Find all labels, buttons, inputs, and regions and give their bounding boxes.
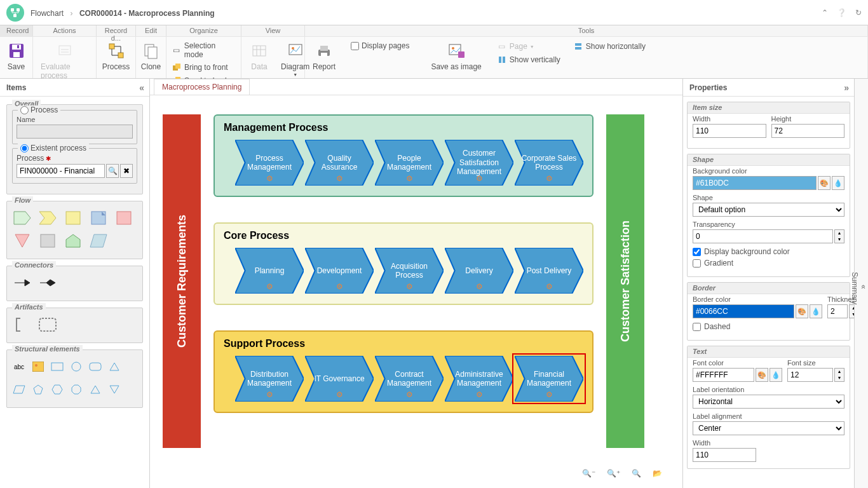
bring-front[interactable]: Bring to front bbox=[170, 62, 237, 73]
connector-arrow[interactable] bbox=[12, 274, 32, 292]
artifact-bracket[interactable] bbox=[12, 316, 32, 334]
shape-rect-red[interactable] bbox=[114, 209, 134, 227]
collapse-left-icon[interactable]: « bbox=[139, 83, 144, 93]
gradient-check[interactable]: Gradient bbox=[693, 259, 844, 268]
process-group[interactable]: Management ProcessProcess Management⚙Qua… bbox=[214, 114, 593, 197]
struct-circle[interactable] bbox=[69, 358, 83, 376]
struct-roundrect[interactable] bbox=[88, 358, 102, 376]
process-group[interactable]: Support ProcessDistribution Management⚙I… bbox=[214, 330, 593, 413]
process-arrow[interactable]: Acquisition Process⚙ bbox=[375, 248, 444, 294]
display-bg-check[interactable]: Display background color bbox=[693, 247, 844, 256]
ribbon-tab-tools[interactable]: Tools bbox=[305, 25, 868, 36]
show-vertically[interactable]: Show vertically bbox=[496, 54, 562, 65]
save-as-image-button[interactable]: Save as image bbox=[427, 39, 485, 72]
ribbon-tab-actions[interactable]: Actions bbox=[33, 25, 97, 36]
process-arrow[interactable]: Quality Assurance⚙ bbox=[305, 140, 374, 186]
struct-text[interactable]: abc bbox=[12, 358, 26, 376]
struct-pentagon[interactable] bbox=[31, 381, 45, 398]
zoom-out-icon[interactable]: 🔍⁻ bbox=[580, 466, 598, 480]
height-input[interactable] bbox=[771, 124, 845, 138]
shape-select[interactable]: Default option bbox=[693, 203, 844, 217]
process-arrow[interactable]: Development⚙ bbox=[305, 248, 374, 294]
report-button[interactable]: Report bbox=[309, 39, 339, 72]
shape-process-light[interactable] bbox=[12, 209, 32, 227]
ribbon-tab-organize[interactable]: Organize bbox=[166, 25, 241, 36]
thickness-spinner[interactable]: ▲▼ bbox=[849, 304, 854, 318]
font-size-input[interactable] bbox=[787, 368, 833, 382]
struct-triangle[interactable] bbox=[107, 358, 121, 376]
clear-button[interactable]: ✖ bbox=[120, 164, 133, 178]
shape-para-blue[interactable] bbox=[88, 232, 109, 250]
process-arrow[interactable]: Customer Satisfaction Management⚙ bbox=[445, 140, 513, 186]
process-input[interactable] bbox=[17, 164, 105, 178]
transparency-input[interactable] bbox=[693, 229, 833, 243]
connector-diamond-arrow[interactable] bbox=[37, 274, 58, 292]
summary-strip[interactable]: « Summary bbox=[854, 79, 868, 488]
process-arrow[interactable]: Process Management⚙ bbox=[235, 140, 304, 186]
breadcrumb-root[interactable]: Flowchart bbox=[31, 9, 64, 18]
help-icon[interactable]: ❔ bbox=[837, 8, 846, 17]
struct-rect[interactable] bbox=[50, 358, 64, 376]
process-arrow[interactable]: Administrative Management⚙ bbox=[445, 356, 513, 402]
ribbon-tab-record[interactable]: Record bbox=[0, 25, 33, 36]
process-group[interactable]: Core ProcessPlanning⚙Development⚙Acquisi… bbox=[214, 222, 593, 305]
process-arrow[interactable]: Post Delivery⚙ bbox=[515, 248, 583, 294]
left-bar[interactable]: Customer Requirements bbox=[163, 114, 201, 448]
border-color-picker[interactable]: 🎨 bbox=[796, 304, 808, 318]
process-button[interactable]: Process bbox=[98, 39, 133, 72]
align-select[interactable]: Center bbox=[693, 421, 844, 435]
border-color-dropper[interactable]: 💧 bbox=[810, 304, 822, 318]
expand-icon[interactable]: ⌃ bbox=[822, 8, 828, 17]
struct-octagon[interactable] bbox=[69, 381, 83, 398]
font-size-spinner[interactable]: ▲▼ bbox=[834, 368, 844, 382]
font-color-picker[interactable]: 🎨 bbox=[756, 368, 768, 382]
border-color-input[interactable] bbox=[693, 304, 794, 318]
save-button[interactable]: Save bbox=[3, 39, 31, 72]
shape-house-green[interactable] bbox=[63, 232, 83, 250]
process-arrow[interactable]: Corporate Sales Process⚙ bbox=[515, 140, 583, 186]
canvas[interactable]: Macroprocess Planning Customer Requireme… bbox=[150, 79, 682, 488]
search-button[interactable]: 🔍 bbox=[106, 164, 119, 178]
process-arrow[interactable]: People Management⚙ bbox=[375, 140, 444, 186]
zoom-in-icon[interactable]: 🔍⁺ bbox=[604, 466, 623, 480]
bg-color-dropper[interactable]: 💧 bbox=[832, 176, 844, 190]
existent-radio[interactable]: Existent process bbox=[18, 144, 89, 152]
struct-tri-down[interactable] bbox=[107, 381, 121, 398]
struct-image[interactable] bbox=[31, 358, 45, 376]
transparency-spinner[interactable]: ▲▼ bbox=[834, 229, 844, 243]
clone-button[interactable]: Clone bbox=[137, 39, 165, 72]
font-color-input[interactable] bbox=[693, 368, 754, 382]
process-arrow[interactable]: Distribution Management⚙ bbox=[235, 356, 304, 402]
folder-icon[interactable]: 📂 bbox=[650, 466, 665, 480]
display-pages[interactable]: Display pages bbox=[349, 41, 410, 51]
shape-tri-red[interactable] bbox=[12, 232, 32, 250]
struct-hexagon[interactable] bbox=[50, 381, 64, 398]
struct-tri-up[interactable] bbox=[88, 381, 102, 398]
right-bar[interactable]: Customer Satisfaction bbox=[606, 114, 644, 448]
process-arrow[interactable]: Financial Management⚙ bbox=[515, 356, 583, 402]
width-input[interactable] bbox=[693, 124, 766, 138]
text-width-input[interactable] bbox=[693, 448, 756, 462]
ribbon-tab-record-d[interactable]: Record d... bbox=[97, 25, 136, 36]
dashed-check[interactable]: Dashed bbox=[693, 322, 844, 331]
process-arrow[interactable]: IT Governance⚙ bbox=[305, 356, 374, 402]
zoom-fit-icon[interactable]: 🔍 bbox=[629, 466, 644, 480]
artifact-dashed-rect[interactable] bbox=[37, 316, 58, 334]
bg-color-input[interactable] bbox=[693, 176, 817, 190]
font-color-dropper[interactable]: 💧 bbox=[770, 368, 782, 382]
collapse-right-icon[interactable]: » bbox=[844, 83, 849, 93]
ribbon-tab-view[interactable]: View bbox=[241, 25, 305, 36]
process-radio[interactable]: Process bbox=[18, 105, 60, 114]
thickness-input[interactable] bbox=[827, 304, 848, 318]
shape-rect-yellow[interactable] bbox=[63, 209, 83, 227]
struct-para[interactable] bbox=[12, 381, 26, 398]
orient-select[interactable]: Horizontal bbox=[693, 395, 844, 409]
shape-arrow-yellow[interactable] bbox=[37, 209, 58, 227]
shape-rect-gray[interactable] bbox=[37, 232, 58, 250]
selection-mode[interactable]: ▭Selection mode bbox=[170, 41, 237, 60]
bg-color-picker[interactable]: 🎨 bbox=[818, 176, 831, 190]
shape-rect-blue[interactable] bbox=[88, 209, 109, 227]
process-arrow[interactable]: Planning⚙ bbox=[235, 248, 304, 294]
show-horizontally[interactable]: Show horizontally bbox=[572, 41, 647, 52]
canvas-tab[interactable]: Macroprocess Planning bbox=[154, 79, 250, 95]
